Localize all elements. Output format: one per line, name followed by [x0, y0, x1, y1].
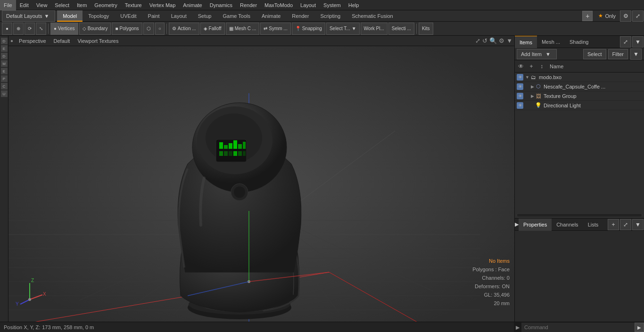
item-row-texture[interactable]: 👁 ▶ 🖼 Texture Group — [515, 91, 644, 101]
menu-layout[interactable]: Layout — [297, 0, 320, 10]
item-arrow-3[interactable]: ▶ — [531, 94, 534, 98]
layout-dropdown[interactable]: Default Layouts ▼ — [2, 10, 55, 22]
toolbar-action-btn[interactable]: ⚙ Action ... — [169, 23, 199, 35]
tab-model[interactable]: Model — [57, 10, 83, 22]
toolbar-scale-btn[interactable]: ⤡ — [36, 23, 46, 35]
tab-layout[interactable]: Layout — [165, 10, 192, 22]
menu-help[interactable]: Help — [345, 0, 363, 10]
add-layout-button[interactable]: + — [582, 11, 593, 21]
menu-view[interactable]: View — [33, 0, 51, 10]
toolbar-mode5-btn[interactable]: ○ — [155, 23, 165, 35]
menu-select[interactable]: Select — [51, 0, 73, 10]
toolbar-select-btn[interactable]: ● — [2, 23, 12, 35]
prop-more-btn[interactable]: ▼ — [632, 219, 644, 230]
sidebar-icon-6[interactable]: P — [1, 75, 8, 82]
item-eye-4[interactable]: 👁 — [517, 102, 523, 109]
viewport-perspective[interactable]: Perspective — [17, 38, 48, 44]
tab-render[interactable]: Render — [286, 10, 314, 22]
toolbar-symm-btn[interactable]: ⇄ Symm ... — [260, 23, 290, 35]
items-filter-button[interactable]: Filter — [608, 49, 628, 59]
rp-more-btn[interactable]: ▼ — [632, 36, 644, 48]
command-input[interactable] — [521, 323, 635, 332]
command-run-button[interactable]: ▶ — [635, 323, 644, 332]
menu-file[interactable]: File — [0, 0, 16, 10]
tab-topology[interactable]: Topology — [83, 10, 115, 22]
rp-tab-mesh[interactable]: Mesh ... — [537, 36, 565, 48]
items-scrollbar[interactable] — [517, 213, 642, 217]
add-item-button[interactable]: Add Item ▼ — [517, 49, 557, 59]
viewport-canvas[interactable]: No Items Polygons : Face Channels: 0 Def… — [8, 46, 514, 322]
items-move-icon[interactable]: ↕ — [537, 62, 546, 71]
viewport-toggle[interactable]: ● — [10, 38, 13, 43]
item-eye-2[interactable]: 👁 — [517, 83, 523, 90]
sidebar-icon-3[interactable]: D — [1, 53, 8, 59]
toolbar-falloff-btn[interactable]: ◈ Falloff — [200, 23, 225, 35]
viewport-shading[interactable]: Default — [52, 38, 72, 44]
menu-edit[interactable]: Edit — [16, 0, 33, 10]
tab-schematic[interactable]: Schematic Fusion — [346, 10, 398, 22]
prop-tab-lists[interactable]: Lists — [583, 219, 603, 231]
menu-animate[interactable]: Animate — [179, 0, 206, 10]
prop-add-btn[interactable]: + — [608, 219, 619, 230]
items-panel-options[interactable]: ▼ — [630, 49, 642, 60]
menu-item[interactable]: Item — [73, 0, 91, 10]
toolbar-selecti-btn[interactable]: Selecti ... — [388, 23, 414, 35]
items-add-icon[interactable]: + — [527, 62, 536, 71]
tab-uvedit[interactable]: UVEdit — [115, 10, 142, 22]
viewport-icon-settings[interactable]: ⚙ — [499, 37, 504, 44]
star-only-toggle[interactable]: ★ Only — [594, 13, 619, 19]
item-arrow-1[interactable]: ▼ — [525, 75, 529, 80]
items-select-button[interactable]: Select — [583, 49, 606, 59]
rp-tab-items[interactable]: Items — [515, 36, 537, 48]
toolbar-mode4-btn[interactable]: ⬡ — [143, 23, 154, 35]
sidebar-icon-8[interactable]: U — [1, 90, 8, 97]
menu-texture[interactable]: Texture — [121, 0, 146, 10]
toolbar-rotate-btn[interactable]: ⟳ — [25, 23, 35, 35]
rp-expand-btn[interactable]: ⤢ — [620, 36, 631, 48]
tab-setup[interactable]: Setup — [192, 10, 217, 22]
menu-system[interactable]: System — [320, 0, 345, 10]
item-eye-1[interactable]: 👁 — [517, 74, 523, 81]
viewport[interactable]: ● Perspective Default Viewport Textures … — [8, 36, 514, 322]
layout-settings-btn[interactable]: ⚙ — [620, 10, 631, 22]
viewport-icon-reset[interactable]: ↺ — [482, 37, 487, 44]
tab-gametools[interactable]: Game Tools — [217, 10, 256, 22]
add-item-dropdown-arrow[interactable]: ▼ — [544, 51, 553, 57]
tab-paint[interactable]: Paint — [142, 10, 165, 22]
item-row-nescafe[interactable]: 👁 ▶ ⬡ Nescafe_Capsule_Coffe ... — [515, 82, 644, 91]
menu-render[interactable]: Render — [236, 0, 261, 10]
rp-tab-shading[interactable]: Shading — [565, 36, 593, 48]
sidebar-icon-7[interactable]: C — [1, 83, 8, 89]
viewport-icon-more[interactable]: ▼ — [506, 37, 512, 44]
viewport-icon-zoom[interactable]: 🔍 — [489, 37, 497, 44]
viewport-texture[interactable]: Viewport Textures — [75, 38, 120, 44]
viewport-icon-fit[interactable]: ⤢ — [475, 37, 480, 44]
prop-expand-arrow[interactable]: ▶ — [515, 221, 519, 227]
layout-expand-btn[interactable]: ⤢ — [632, 10, 644, 22]
item-eye-3[interactable]: 👁 — [517, 93, 523, 99]
item-row-light[interactable]: 👁 ▶ 💡 Directional Light — [515, 101, 644, 110]
prop-tab-properties[interactable]: Properties — [519, 219, 552, 231]
toolbar-mesh-btn[interactable]: ▦ Mesh C ... — [226, 23, 260, 35]
toolbar-vertices-btn[interactable]: ● Vertices — [50, 23, 78, 35]
toolbar-workpl-btn[interactable]: Work Pl... — [361, 23, 388, 35]
item-row-modo[interactable]: 👁 ▼ 🗂 modo.bxo — [515, 73, 644, 82]
toolbar-selectt-btn[interactable]: Select T... ▼ — [326, 23, 360, 35]
menu-geometry[interactable]: Geometry — [91, 0, 121, 10]
sidebar-icon-4[interactable]: M — [1, 60, 8, 67]
sidebar-icon-1[interactable]: D — [1, 38, 8, 44]
toolbar-snap-btn[interactable]: 📍 Snapping — [292, 23, 325, 35]
toolbar-boundary-btn[interactable]: ◇ Boundary — [79, 23, 111, 35]
toolbar-transform-btn[interactable]: ⊕ — [13, 23, 24, 35]
menu-vertexmap[interactable]: Vertex Map — [146, 0, 180, 10]
sidebar-icon-2[interactable]: E — [1, 45, 8, 52]
sidebar-icon-5[interactable]: E — [1, 68, 8, 74]
menu-maxtomodo[interactable]: MaxToModo — [261, 0, 297, 10]
tab-animate[interactable]: Animate — [256, 10, 286, 22]
tab-scripting[interactable]: Scripting — [314, 10, 346, 22]
prop-expand-btn[interactable]: ⤢ — [620, 219, 631, 230]
prop-tab-channels[interactable]: Channels — [552, 219, 583, 231]
toolbar-kits-btn[interactable]: Kits — [419, 23, 433, 35]
item-arrow-2[interactable]: ▶ — [531, 84, 534, 89]
menu-dynamics[interactable]: Dynamics — [206, 0, 236, 10]
